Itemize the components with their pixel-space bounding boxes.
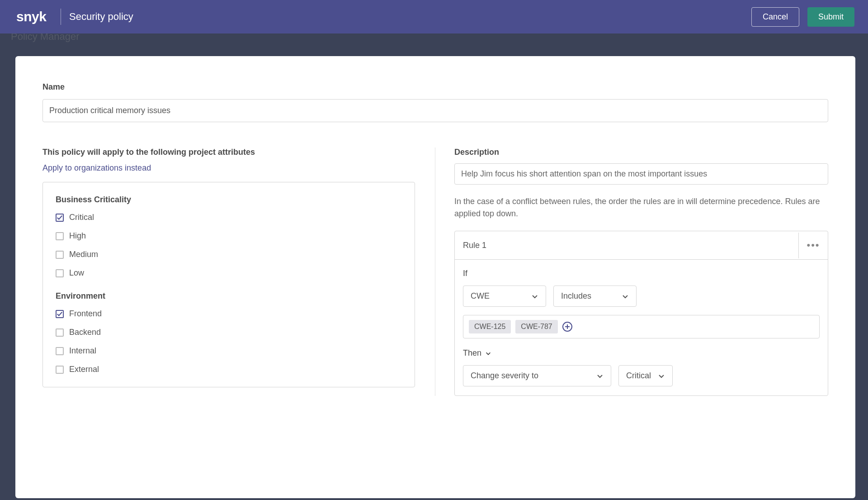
checkbox-critical[interactable]: Critical — [56, 213, 402, 222]
checkbox-medium[interactable]: Medium — [56, 250, 402, 259]
plus-icon — [565, 324, 570, 329]
description-input[interactable] — [454, 163, 828, 185]
checkbox-icon — [56, 214, 64, 222]
group-title: Business Criticality — [56, 195, 402, 205]
attributes-heading: This policy will apply to the following … — [42, 148, 415, 157]
header-actions: Cancel Submit — [751, 7, 854, 27]
chevron-down-icon — [622, 293, 629, 300]
select-value: Change severity to — [471, 371, 538, 381]
checkbox-icon — [56, 366, 64, 374]
rule-card: Rule 1 ••• If CWE Includes — [454, 231, 828, 396]
action-row: Change severity to Critical — [463, 365, 820, 386]
rules-column: Description In the case of a conflict be… — [435, 148, 828, 396]
name-label: Name — [42, 82, 828, 92]
checkbox-label: Medium — [69, 250, 98, 259]
checkbox-icon — [56, 232, 64, 240]
then-label: Then — [463, 348, 820, 358]
cwe-tag[interactable]: CWE-787 — [515, 320, 557, 333]
group-title: Environment — [56, 291, 402, 301]
environment-group: Environment Frontend Backend Internal — [56, 291, 402, 374]
name-input[interactable] — [42, 99, 828, 122]
select-value: Critical — [626, 371, 651, 381]
checkbox-low[interactable]: Low — [56, 268, 402, 278]
cwe-tags-input[interactable]: CWE-125 CWE-787 — [463, 315, 820, 338]
checkbox-label: Frontend — [69, 309, 102, 319]
checkbox-frontend[interactable]: Frontend — [56, 309, 402, 319]
checkbox-label: Backend — [69, 328, 101, 337]
checkbox-internal[interactable]: Internal — [56, 346, 402, 356]
checkbox-icon — [56, 329, 64, 337]
condition-row: CWE Includes — [463, 286, 820, 307]
rule-more-button[interactable]: ••• — [799, 231, 828, 259]
policy-form-panel: Name This policy will apply to the follo… — [15, 56, 855, 498]
snyk-logo: snyk — [16, 9, 52, 25]
checkbox-external[interactable]: External — [56, 365, 402, 374]
checkbox-label: External — [69, 365, 99, 374]
submit-button[interactable]: Submit — [807, 7, 854, 27]
checkbox-label: Internal — [69, 346, 96, 356]
condition-field-select[interactable]: CWE — [463, 286, 546, 307]
checkbox-label: Low — [69, 268, 84, 278]
action-select[interactable]: Change severity to — [463, 365, 611, 386]
business-criticality-group: Business Criticality Critical High Mediu… — [56, 195, 402, 278]
rule-body: If CWE Includes CWE-125 CWE-787 — [455, 260, 828, 395]
page-title: Security policy — [69, 11, 133, 23]
chevron-down-icon — [658, 372, 665, 380]
condition-operator-select[interactable]: Includes — [553, 286, 637, 307]
cwe-tag[interactable]: CWE-125 — [469, 320, 511, 333]
checkbox-icon — [56, 269, 64, 277]
app-header: snyk Security policy Cancel Submit — [0, 0, 868, 33]
chevron-down-icon — [531, 293, 538, 300]
checkbox-backend[interactable]: Backend — [56, 328, 402, 337]
severity-select[interactable]: Critical — [618, 365, 673, 386]
header-left: snyk Security policy — [16, 9, 133, 25]
checkbox-icon — [56, 251, 64, 259]
select-value: Includes — [561, 291, 591, 301]
if-label: If — [463, 269, 820, 278]
rule-title: Rule 1 — [455, 233, 799, 258]
checkbox-label: Critical — [69, 213, 94, 222]
checkbox-high[interactable]: High — [56, 231, 402, 241]
apply-to-orgs-link[interactable]: Apply to organizations instead — [42, 163, 151, 173]
attributes-column: This policy will apply to the following … — [42, 148, 435, 396]
chevron-down-icon — [596, 372, 604, 380]
select-value: CWE — [471, 291, 490, 301]
logo-divider — [61, 9, 61, 25]
rules-hint: In the case of a conflict between rules,… — [454, 195, 828, 220]
checkbox-icon — [56, 347, 64, 355]
attributes-box: Business Criticality Critical High Mediu… — [42, 182, 415, 387]
checkbox-label: High — [69, 231, 86, 241]
rule-header: Rule 1 ••• — [455, 231, 828, 260]
add-tag-button[interactable] — [562, 322, 572, 332]
description-label: Description — [454, 148, 828, 157]
then-label-text: Then — [463, 348, 481, 358]
more-icon: ••• — [807, 239, 820, 251]
cancel-button[interactable]: Cancel — [751, 7, 799, 27]
checkbox-icon — [56, 310, 64, 318]
svg-text:snyk: snyk — [16, 9, 47, 24]
chevron-down-icon — [485, 350, 491, 357]
